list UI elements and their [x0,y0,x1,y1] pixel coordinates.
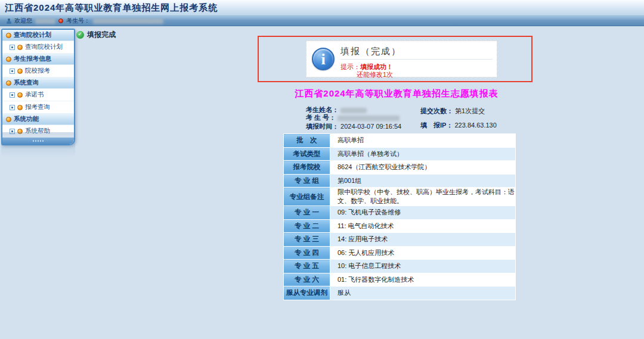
row-label: 专 业 一 [284,206,330,220]
name-row: 考生姓名： [306,106,401,114]
welcome-bar: 欢迎您 考生号： [0,16,644,26]
page-icon [17,92,23,98]
redacted-username [35,18,55,24]
row-label: 专 业 五 [284,260,330,273]
expand-icon[interactable] [10,45,15,50]
table-row: 专 业 五 10: 电子信息工程技术 [284,260,516,273]
row-value: 06: 无人机应用技术 [330,246,516,260]
info-left-column: 考生姓名： 考 生 号： 填报时间： 2024-03-07 09:16:54 [306,106,401,130]
info-right-column: 提交次数： 第1次提交 填 报IP： 223.84.63.130 [420,107,497,129]
info-icon [312,48,335,70]
table-row: 考试类型 高职单招（单独考试） [284,147,516,161]
welcome-label: 欢迎您 [14,17,32,25]
expand-icon[interactable] [10,69,15,74]
message-prefix: 提示： [340,63,360,70]
table-row: 专 业 六 01: 飞行器数字化制造技术 [284,273,516,287]
page-icon [17,45,23,50]
sidebar-item-label: 院校报考 [25,67,50,75]
application-table: 批 次 高职单招 考试类型 高职单招（单独考试） 报考院校 8624（江西航空职… [283,133,516,300]
sidebar-menu: 查询院校计划 查询院校计划 考生报考信息 院校报考 系统查询 承诺书 报考查询 … [1,29,75,145]
sidebar-group-label: 考生报考信息 [14,55,51,63]
sidebar-group-label: 查询院校计划 [14,31,51,39]
success-message-line2: 还能修改1次 [357,70,393,79]
table-row: 专 业 组 第001组 [284,174,516,188]
expand-icon[interactable] [10,105,15,110]
row-value: 8624（江西航空职业技术学院） [330,161,516,175]
number-label: 考 生 号： [306,114,336,121]
table-row: 服从专业调剂 服从 [284,287,516,300]
sidebar-item[interactable]: 院校报考 [2,65,74,77]
table-row: 专 业 四 06: 无人机应用技术 [284,246,516,260]
row-label: 专业组备注 [284,188,330,206]
row-label: 专 业 组 [284,174,330,188]
sidebar-group-header[interactable]: 查询院校计划 [2,30,74,41]
row-label: 报考院校 [284,161,330,175]
page: 江西省2024年高等职业教育单独招生网上报考系统 欢迎您 考生号： 查询院校计划… [0,0,644,339]
row-value: 10: 电子信息工程技术 [330,260,516,273]
folder-icon [6,117,11,122]
sidebar-item[interactable]: 报考查询 [2,101,74,114]
sidebar-group-header[interactable]: 系统查询 [2,77,74,89]
sidebar-item-label: 查询院校计划 [25,43,63,51]
folder-icon [6,33,11,38]
message-bold: 填报成功！ [360,63,393,70]
expand-icon[interactable] [10,92,15,98]
row-label: 专 业 二 [284,219,330,233]
row-value: 高职单招 [330,134,516,148]
row-label: 专 业 四 [284,246,330,260]
folder-icon [6,80,11,86]
row-value: 第001组 [330,174,516,188]
sidebar-item-label: 报考查询 [25,103,50,111]
ip-label: 填 报IP： [420,122,453,129]
user-icon [6,18,11,24]
sidebar-item[interactable]: 承诺书 [2,89,74,101]
sidebar-reflection [1,132,75,157]
row-value: 服从 [330,287,516,300]
sidebar-item[interactable]: 查询院校计划 [2,41,74,54]
sidebar-item-label: 承诺书 [25,91,44,99]
success-box: 填报（完成） 提示：填报成功！ 还能修改1次 [306,41,497,77]
table-row: 专 业 二 11: 电气自动化技术 [284,219,516,233]
sidebar-group-header[interactable]: 系统功能 [2,114,74,125]
form-title: 江西省2024年高等职业教育单独招生志愿填报表 [259,88,534,99]
page-icon [17,69,23,74]
application-table-body: 批 次 高职单招 考试类型 高职单招（单独考试） 报考院校 8624（江西航空职… [284,134,516,300]
row-value: 高职单招（单独考试） [330,147,516,161]
page-icon [17,105,23,110]
sidebar-group-header[interactable]: 考生报考信息 [2,54,74,65]
redacted-candidate-no [93,18,163,24]
ip-row: 填 报IP： 223.84.63.130 [420,122,497,129]
candidate-no-label: 考生号： [66,17,90,25]
status-line: 填报完成 [76,30,116,40]
row-value: 限中职学校（中专、技校、职高）毕业生报考，考试科目：语文、数学、职业技能。 [330,188,516,206]
row-value: 11: 电气自动化技术 [330,219,516,233]
sidebar-group-label: 系统查询 [14,79,39,87]
success-title: 填报（完成） [340,46,401,57]
name-label: 考生姓名： [306,106,339,113]
redacted-number [338,116,400,121]
row-label: 专 业 六 [284,273,330,287]
time-label: 填报时间： [306,123,339,130]
row-value: 14: 应用电子技术 [330,233,516,247]
table-row: 批 次 高职单招 [284,134,516,148]
time-value: 2024-03-07 09:16:54 [340,123,401,130]
time-row: 填报时间： 2024-03-07 09:16:54 [306,123,401,130]
divider [340,59,493,60]
submit-count-value: 第1次提交 [455,107,485,114]
number-row: 考 生 号： [306,114,401,122]
sidebar-group-label: 系统功能 [14,115,39,123]
status-label: 填报完成 [87,30,116,40]
app-title: 江西省2024年高等职业教育单独招生网上报考系统 [5,2,218,14]
row-label: 批 次 [284,134,330,148]
table-row: 报考院校 8624（江西航空职业技术学院） [284,161,516,175]
folder-icon [6,57,11,62]
table-row: 专 业 三 14: 应用电子技术 [284,233,516,247]
app-title-bar: 江西省2024年高等职业教育单独招生网上报考系统 [0,0,644,16]
row-value: 09: 飞机电子设备维修 [330,206,516,220]
table-row: 专业组备注 限中职学校（中专、技校、职高）毕业生报考，考试科目：语文、数学、职业… [284,188,516,206]
id-badge-icon [58,18,63,23]
row-value: 01: 飞行器数字化制造技术 [330,273,516,287]
row-label: 服从专业调剂 [284,287,330,300]
row-label: 考试类型 [284,147,330,161]
table-row: 专 业 一 09: 飞机电子设备维修 [284,206,516,220]
